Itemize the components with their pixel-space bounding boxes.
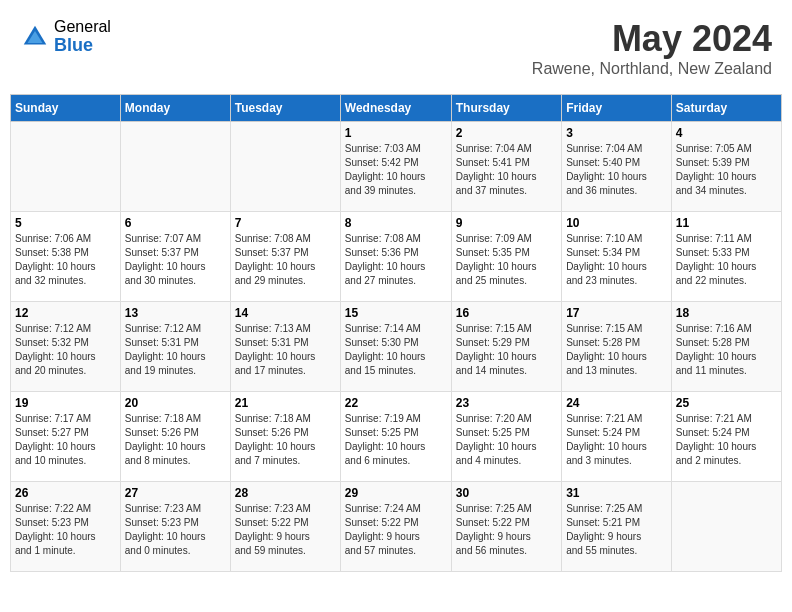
calendar-cell: 4Sunrise: 7:05 AM Sunset: 5:39 PM Daylig… <box>671 122 781 212</box>
calendar-week-5: 26Sunrise: 7:22 AM Sunset: 5:23 PM Dayli… <box>11 482 782 572</box>
header-thursday: Thursday <box>451 95 561 122</box>
day-number: 1 <box>345 126 447 140</box>
day-number: 5 <box>15 216 116 230</box>
calendar-cell: 21Sunrise: 7:18 AM Sunset: 5:26 PM Dayli… <box>230 392 340 482</box>
day-number: 16 <box>456 306 557 320</box>
day-info: Sunrise: 7:23 AM Sunset: 5:23 PM Dayligh… <box>125 502 226 558</box>
calendar-cell: 11Sunrise: 7:11 AM Sunset: 5:33 PM Dayli… <box>671 212 781 302</box>
day-number: 11 <box>676 216 777 230</box>
logo-blue: Blue <box>54 36 111 56</box>
calendar-cell: 18Sunrise: 7:16 AM Sunset: 5:28 PM Dayli… <box>671 302 781 392</box>
calendar-cell: 12Sunrise: 7:12 AM Sunset: 5:32 PM Dayli… <box>11 302 121 392</box>
day-number: 17 <box>566 306 667 320</box>
day-info: Sunrise: 7:21 AM Sunset: 5:24 PM Dayligh… <box>566 412 667 468</box>
day-number: 25 <box>676 396 777 410</box>
calendar-cell: 28Sunrise: 7:23 AM Sunset: 5:22 PM Dayli… <box>230 482 340 572</box>
calendar-cell: 25Sunrise: 7:21 AM Sunset: 5:24 PM Dayli… <box>671 392 781 482</box>
day-number: 18 <box>676 306 777 320</box>
calendar-cell <box>230 122 340 212</box>
calendar-week-2: 5Sunrise: 7:06 AM Sunset: 5:38 PM Daylig… <box>11 212 782 302</box>
header-saturday: Saturday <box>671 95 781 122</box>
calendar-cell: 9Sunrise: 7:09 AM Sunset: 5:35 PM Daylig… <box>451 212 561 302</box>
calendar-cell: 13Sunrise: 7:12 AM Sunset: 5:31 PM Dayli… <box>120 302 230 392</box>
calendar-cell: 8Sunrise: 7:08 AM Sunset: 5:36 PM Daylig… <box>340 212 451 302</box>
calendar-cell: 14Sunrise: 7:13 AM Sunset: 5:31 PM Dayli… <box>230 302 340 392</box>
title-section: May 2024 Rawene, Northland, New Zealand <box>532 18 772 78</box>
day-info: Sunrise: 7:15 AM Sunset: 5:29 PM Dayligh… <box>456 322 557 378</box>
day-info: Sunrise: 7:03 AM Sunset: 5:42 PM Dayligh… <box>345 142 447 198</box>
logo: General Blue <box>20 18 111 55</box>
day-number: 2 <box>456 126 557 140</box>
day-number: 3 <box>566 126 667 140</box>
main-title: May 2024 <box>532 18 772 60</box>
calendar-cell: 6Sunrise: 7:07 AM Sunset: 5:37 PM Daylig… <box>120 212 230 302</box>
day-number: 19 <box>15 396 116 410</box>
day-info: Sunrise: 7:23 AM Sunset: 5:22 PM Dayligh… <box>235 502 336 558</box>
day-info: Sunrise: 7:21 AM Sunset: 5:24 PM Dayligh… <box>676 412 777 468</box>
calendar-cell: 19Sunrise: 7:17 AM Sunset: 5:27 PM Dayli… <box>11 392 121 482</box>
day-info: Sunrise: 7:08 AM Sunset: 5:37 PM Dayligh… <box>235 232 336 288</box>
header-sunday: Sunday <box>11 95 121 122</box>
day-number: 28 <box>235 486 336 500</box>
day-info: Sunrise: 7:15 AM Sunset: 5:28 PM Dayligh… <box>566 322 667 378</box>
logo-icon <box>20 22 50 52</box>
calendar-cell <box>11 122 121 212</box>
logo-general: General <box>54 18 111 36</box>
day-info: Sunrise: 7:18 AM Sunset: 5:26 PM Dayligh… <box>125 412 226 468</box>
day-info: Sunrise: 7:16 AM Sunset: 5:28 PM Dayligh… <box>676 322 777 378</box>
day-number: 29 <box>345 486 447 500</box>
day-number: 23 <box>456 396 557 410</box>
calendar-cell <box>671 482 781 572</box>
day-number: 6 <box>125 216 226 230</box>
calendar-week-1: 1Sunrise: 7:03 AM Sunset: 5:42 PM Daylig… <box>11 122 782 212</box>
day-number: 31 <box>566 486 667 500</box>
day-info: Sunrise: 7:07 AM Sunset: 5:37 PM Dayligh… <box>125 232 226 288</box>
calendar-cell: 23Sunrise: 7:20 AM Sunset: 5:25 PM Dayli… <box>451 392 561 482</box>
calendar-cell: 3Sunrise: 7:04 AM Sunset: 5:40 PM Daylig… <box>562 122 672 212</box>
day-info: Sunrise: 7:22 AM Sunset: 5:23 PM Dayligh… <box>15 502 116 558</box>
header-monday: Monday <box>120 95 230 122</box>
calendar-cell: 15Sunrise: 7:14 AM Sunset: 5:30 PM Dayli… <box>340 302 451 392</box>
day-info: Sunrise: 7:10 AM Sunset: 5:34 PM Dayligh… <box>566 232 667 288</box>
day-info: Sunrise: 7:25 AM Sunset: 5:22 PM Dayligh… <box>456 502 557 558</box>
calendar-cell: 30Sunrise: 7:25 AM Sunset: 5:22 PM Dayli… <box>451 482 561 572</box>
day-number: 4 <box>676 126 777 140</box>
calendar-cell: 22Sunrise: 7:19 AM Sunset: 5:25 PM Dayli… <box>340 392 451 482</box>
header-friday: Friday <box>562 95 672 122</box>
day-info: Sunrise: 7:13 AM Sunset: 5:31 PM Dayligh… <box>235 322 336 378</box>
calendar-cell: 20Sunrise: 7:18 AM Sunset: 5:26 PM Dayli… <box>120 392 230 482</box>
day-info: Sunrise: 7:24 AM Sunset: 5:22 PM Dayligh… <box>345 502 447 558</box>
day-number: 12 <box>15 306 116 320</box>
calendar-cell: 31Sunrise: 7:25 AM Sunset: 5:21 PM Dayli… <box>562 482 672 572</box>
day-info: Sunrise: 7:06 AM Sunset: 5:38 PM Dayligh… <box>15 232 116 288</box>
calendar-cell <box>120 122 230 212</box>
calendar-cell: 27Sunrise: 7:23 AM Sunset: 5:23 PM Dayli… <box>120 482 230 572</box>
day-info: Sunrise: 7:17 AM Sunset: 5:27 PM Dayligh… <box>15 412 116 468</box>
day-info: Sunrise: 7:04 AM Sunset: 5:40 PM Dayligh… <box>566 142 667 198</box>
day-number: 20 <box>125 396 226 410</box>
day-info: Sunrise: 7:18 AM Sunset: 5:26 PM Dayligh… <box>235 412 336 468</box>
calendar-cell: 24Sunrise: 7:21 AM Sunset: 5:24 PM Dayli… <box>562 392 672 482</box>
day-number: 7 <box>235 216 336 230</box>
day-info: Sunrise: 7:12 AM Sunset: 5:31 PM Dayligh… <box>125 322 226 378</box>
day-number: 26 <box>15 486 116 500</box>
day-info: Sunrise: 7:12 AM Sunset: 5:32 PM Dayligh… <box>15 322 116 378</box>
day-info: Sunrise: 7:19 AM Sunset: 5:25 PM Dayligh… <box>345 412 447 468</box>
calendar-cell: 10Sunrise: 7:10 AM Sunset: 5:34 PM Dayli… <box>562 212 672 302</box>
calendar-cell: 26Sunrise: 7:22 AM Sunset: 5:23 PM Dayli… <box>11 482 121 572</box>
logo-text: General Blue <box>54 18 111 55</box>
header-tuesday: Tuesday <box>230 95 340 122</box>
day-info: Sunrise: 7:11 AM Sunset: 5:33 PM Dayligh… <box>676 232 777 288</box>
calendar-week-4: 19Sunrise: 7:17 AM Sunset: 5:27 PM Dayli… <box>11 392 782 482</box>
calendar-table: SundayMondayTuesdayWednesdayThursdayFrid… <box>10 94 782 572</box>
day-number: 27 <box>125 486 226 500</box>
day-info: Sunrise: 7:09 AM Sunset: 5:35 PM Dayligh… <box>456 232 557 288</box>
calendar-week-3: 12Sunrise: 7:12 AM Sunset: 5:32 PM Dayli… <box>11 302 782 392</box>
day-number: 15 <box>345 306 447 320</box>
calendar-cell: 16Sunrise: 7:15 AM Sunset: 5:29 PM Dayli… <box>451 302 561 392</box>
calendar-cell: 5Sunrise: 7:06 AM Sunset: 5:38 PM Daylig… <box>11 212 121 302</box>
day-number: 10 <box>566 216 667 230</box>
calendar-cell: 7Sunrise: 7:08 AM Sunset: 5:37 PM Daylig… <box>230 212 340 302</box>
day-number: 21 <box>235 396 336 410</box>
day-number: 9 <box>456 216 557 230</box>
